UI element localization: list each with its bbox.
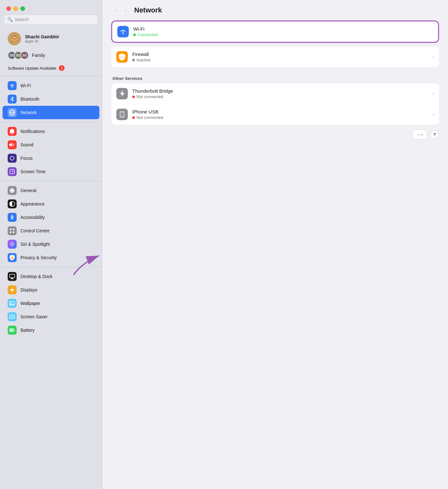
sidebar-displays-label: Displays xyxy=(20,287,37,292)
firewall-item[interactable]: Firewall Inactive › xyxy=(111,47,439,67)
sidebar-item-network[interactable]: Network xyxy=(3,106,99,119)
user-profile[interactable]: 🐵 Shachi Gambhir Apple ID xyxy=(3,29,99,48)
svg-rect-12 xyxy=(13,231,14,233)
search-bar[interactable]: 🔍 xyxy=(4,15,98,24)
sidebar-item-general[interactable]: General xyxy=(3,184,99,197)
content-area: Wi-Fi Connected › Fir xyxy=(102,20,448,489)
sidebar-item-wallpaper[interactable]: Wallpaper xyxy=(3,297,99,310)
search-input[interactable] xyxy=(15,17,95,22)
siri-icon xyxy=(8,240,17,249)
thunderbolt-chevron: › xyxy=(432,91,434,97)
sidebar-item-desktop[interactable]: Desktop & Dock xyxy=(3,270,99,283)
main-content: ‹ › Network Wi-Fi Connected xyxy=(102,0,448,489)
sidebar-desktop-label: Desktop & Dock xyxy=(20,274,52,279)
sidebar-item-focus[interactable]: Focus xyxy=(3,151,99,165)
family-row[interactable]: SG SG SG Family xyxy=(3,49,99,61)
sidebar-item-controlcentre[interactable]: Control Centre xyxy=(3,224,99,237)
screensaver-icon xyxy=(8,312,17,321)
divider-3 xyxy=(0,181,102,181)
sidebar-controlcentre-label: Control Centre xyxy=(20,228,50,233)
more-button[interactable]: ··· ▾ xyxy=(413,130,427,139)
other-services-title: Other Services xyxy=(111,71,439,83)
sidebar-item-notifications[interactable]: Notifications xyxy=(3,125,99,138)
sidebar-item-displays[interactable]: Displays xyxy=(3,283,99,297)
iphoneusb-service-icon xyxy=(116,109,128,120)
thunderbolt-item[interactable]: Thunderbolt Bridge Not connected › xyxy=(111,83,439,104)
desktop-icon xyxy=(8,272,17,281)
thunderbolt-status-text: Not connected xyxy=(136,94,163,99)
family-label: Family xyxy=(32,53,45,58)
sidebar-item-privacy[interactable]: ✋ Privacy & Security xyxy=(3,251,99,264)
sidebar-item-wifi[interactable]: Wi-Fi xyxy=(3,79,99,92)
more-chevron: ▾ xyxy=(421,133,423,136)
other-services-card: Thunderbolt Bridge Not connected › xyxy=(111,83,439,125)
wifi-status-dot xyxy=(133,34,136,36)
sidebar-item-appearance[interactable]: Appearance xyxy=(3,197,99,211)
thunderbolt-status: Not connected xyxy=(132,94,428,99)
wifi-service-icon xyxy=(117,26,129,37)
svg-rect-27 xyxy=(11,316,14,318)
sidebar-section-connectivity: Wi-Fi Bluetooth xyxy=(0,78,102,120)
close-button[interactable] xyxy=(6,6,11,11)
maximize-button[interactable] xyxy=(20,6,25,11)
svg-rect-18 xyxy=(11,279,14,279)
iphoneusb-name: iPhone USB xyxy=(132,109,428,114)
family-avatars: SG SG SG xyxy=(8,51,29,59)
firewall-status-dot xyxy=(132,59,135,61)
sidebar: 🔍 🐵 Shachi Gambhir Apple ID SG SG SG Fam… xyxy=(0,0,102,489)
svg-point-13 xyxy=(11,243,13,245)
sidebar-item-battery[interactable]: Battery xyxy=(3,323,99,337)
wifi-chevron: › xyxy=(431,29,433,35)
displays-icon xyxy=(8,285,17,294)
update-badge: 1 xyxy=(59,65,65,71)
focus-icon xyxy=(8,154,17,163)
controlcentre-icon xyxy=(8,226,17,235)
sidebar-accessibility-label: Accessibility xyxy=(20,215,45,220)
iphoneusb-status-text: Not connected xyxy=(136,115,163,120)
sound-icon xyxy=(8,140,17,149)
family-avatar-3: SG xyxy=(20,51,29,59)
thunderbolt-name: Thunderbolt Bridge xyxy=(132,88,428,94)
thunderbolt-info: Thunderbolt Bridge Not connected xyxy=(132,88,428,99)
sidebar-scroll: 🐵 Shachi Gambhir Apple ID SG SG SG Famil… xyxy=(0,29,102,489)
wifi-info: Wi-Fi Connected xyxy=(133,26,427,37)
software-update[interactable]: Software Update Available 1 xyxy=(3,63,99,74)
firewall-card: Firewall Inactive › xyxy=(111,47,439,67)
sidebar-item-siri[interactable]: Siri & Spotlight xyxy=(3,237,99,251)
back-button[interactable]: ‹ xyxy=(111,6,120,15)
sidebar-item-screensaver[interactable]: Screen Saver xyxy=(3,310,99,323)
svg-rect-9 xyxy=(10,229,12,230)
svg-text:✋: ✋ xyxy=(11,256,14,260)
wifi-item[interactable]: Wi-Fi Connected › xyxy=(112,21,438,42)
search-icon: 🔍 xyxy=(7,17,13,22)
minimize-button[interactable] xyxy=(13,6,18,11)
help-button[interactable]: ? xyxy=(430,130,439,139)
sidebar-item-sound[interactable]: Sound xyxy=(3,138,99,151)
page-title: Network xyxy=(134,6,162,14)
svg-rect-10 xyxy=(13,229,14,230)
iphoneusb-status: Not connected xyxy=(132,115,428,120)
firewall-status: Inactive xyxy=(132,58,428,62)
sidebar-appearance-label: Appearance xyxy=(20,201,45,206)
thunderbolt-service-icon xyxy=(116,88,128,99)
sidebar-item-accessibility[interactable]: Accessibility xyxy=(3,211,99,224)
iphoneusb-item[interactable]: iPhone USB Not connected › xyxy=(111,104,439,125)
bluetooth-icon xyxy=(8,95,17,104)
sidebar-item-bluetooth[interactable]: Bluetooth xyxy=(3,92,99,106)
firewall-name: Firewall xyxy=(132,51,428,57)
screentime-icon xyxy=(8,167,17,176)
svg-rect-11 xyxy=(10,231,12,233)
main-header: ‹ › Network xyxy=(102,0,448,20)
avatar-emoji: 🐵 xyxy=(10,34,19,43)
nav-buttons: ‹ › xyxy=(111,6,130,15)
software-update-label: Software Update Available xyxy=(8,66,56,71)
sidebar-section-system: Notifications Sound F xyxy=(0,123,102,180)
bottom-controls: ··· ▾ ? xyxy=(111,130,439,139)
wifi-highlighted-card: Wi-Fi Connected › xyxy=(111,20,439,43)
more-dots: ··· xyxy=(417,132,421,137)
forward-button[interactable]: › xyxy=(121,6,130,15)
sidebar-item-screentime[interactable]: Screen Time xyxy=(3,165,99,178)
wifi-icon xyxy=(8,81,17,90)
svg-rect-29 xyxy=(10,329,13,331)
iphoneusb-chevron: › xyxy=(432,112,434,117)
